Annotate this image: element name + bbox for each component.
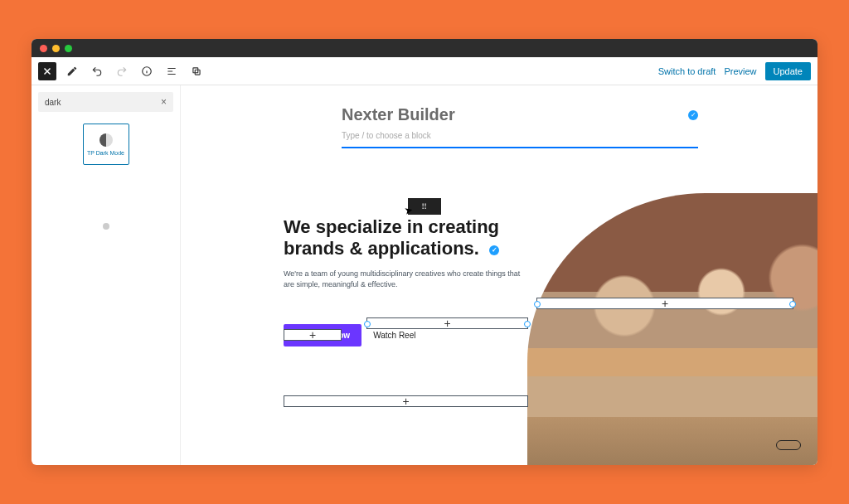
hero-section: ⠿ ➤ We specialize in creating brands & a…	[284, 216, 817, 346]
preview-link[interactable]: Preview	[724, 66, 756, 76]
insert-slot[interactable]: +	[284, 329, 342, 341]
drag-dots-icon: ⠿	[421, 202, 429, 211]
close-editor-button[interactable]	[38, 62, 56, 80]
plus-icon: +	[662, 297, 668, 310]
switch-to-draft-link[interactable]: Switch to draft	[658, 66, 716, 76]
watch-reel-link[interactable]: Watch Reel	[373, 331, 415, 340]
search-value: dark	[45, 98, 61, 107]
update-button[interactable]: Update	[765, 62, 811, 80]
redo-icon[interactable]	[113, 62, 131, 80]
plus-icon: +	[309, 328, 316, 342]
plus-icon: +	[402, 395, 409, 408]
hero-heading[interactable]: We specialize in creating brands & appli…	[284, 216, 541, 260]
window-titlebar	[32, 39, 817, 57]
close-window-icon[interactable]	[40, 45, 47, 52]
browser-window: Switch to draft Preview Update dark × TP…	[32, 39, 817, 465]
slot-handle-icon[interactable]	[789, 301, 796, 308]
block-tile-label: TP Dark Mode	[87, 150, 124, 156]
verified-check-icon: ✓	[688, 110, 698, 120]
undo-icon[interactable]	[88, 62, 106, 80]
editor-canvas[interactable]: Nexter Builder ✓ Type / to choose a bloc…	[181, 85, 817, 465]
info-icon[interactable]	[138, 62, 156, 80]
heading-check-icon: ✓	[489, 245, 499, 255]
copy-icon[interactable]	[187, 62, 206, 80]
block-prompt[interactable]: Type / to choose a block	[342, 131, 698, 140]
block-tile-tp-dark-mode[interactable]: TP Dark Mode	[83, 124, 129, 165]
glasses-icon	[776, 440, 801, 450]
slot-handle-icon[interactable]	[524, 321, 531, 327]
dark-mode-icon	[99, 133, 113, 147]
clear-search-icon[interactable]: ×	[161, 96, 167, 108]
plus-icon: +	[444, 317, 450, 330]
hero-heading-line1: We specialize in creating	[284, 216, 499, 237]
workspace: dark × TP Dark Mode Nexter Builder ✓ Typ…	[32, 85, 817, 465]
page-title[interactable]: Nexter Builder	[342, 105, 455, 124]
slot-handle-icon[interactable]	[364, 321, 371, 327]
title-underline	[342, 147, 698, 148]
loading-indicator-icon	[103, 223, 109, 230]
insert-slot[interactable]: +	[284, 395, 528, 407]
block-inserter-sidebar: dark × TP Dark Mode	[32, 85, 181, 465]
maximize-window-icon[interactable]	[65, 45, 72, 52]
edit-icon[interactable]	[63, 62, 81, 80]
slot-handle-icon[interactable]	[534, 301, 541, 308]
editor-toolbar: Switch to draft Preview Update	[32, 57, 817, 85]
hero-subtext[interactable]: We're a team of young multidisciplinary …	[284, 269, 524, 291]
insert-slot[interactable]: +	[366, 317, 528, 329]
outline-icon[interactable]	[163, 62, 181, 80]
hero-heading-line2: brands & applications.	[284, 238, 479, 259]
minimize-window-icon[interactable]	[52, 45, 60, 52]
insert-slot[interactable]: +	[536, 298, 793, 309]
block-search-input[interactable]: dark ×	[38, 92, 173, 112]
